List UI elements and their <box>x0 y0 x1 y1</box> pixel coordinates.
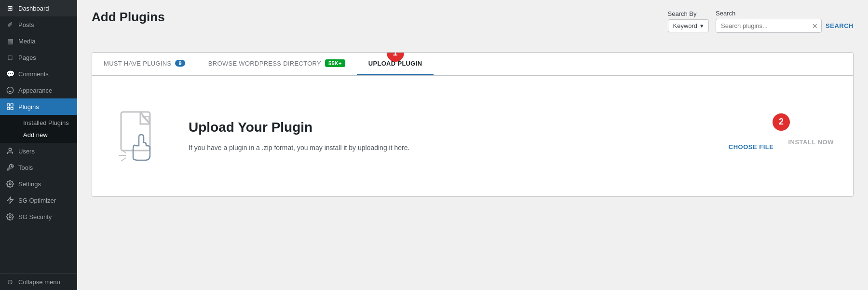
sg-security-icon <box>6 212 14 221</box>
sidebar-item-label: Comments <box>18 70 49 78</box>
main-content: Add Plugins Search By Keyword ▾ Search ✕ <box>77 0 868 290</box>
sidebar-item-media[interactable]: ▦ Media <box>0 33 77 49</box>
search-by-dropdown[interactable]: Keyword ▾ <box>668 19 709 32</box>
tools-icon <box>6 163 14 172</box>
tabs-header: MUST HAVE PLUGINS 9 BROWSE WORDPRESS DIR… <box>92 53 853 76</box>
sidebar-item-label: Users <box>18 148 35 155</box>
sidebar-item-comments[interactable]: 💬 Comments <box>0 66 77 82</box>
clear-search-icon[interactable]: ✕ <box>812 22 818 30</box>
sidebar-item-dashboard[interactable]: ⊞ Dashboard <box>0 0 77 16</box>
plugin-upload-illustration <box>111 107 169 165</box>
tab-browse[interactable]: BROWSE WORDPRESS DIRECTORY 55K+ <box>197 53 357 75</box>
plugins-arrow-icon: ◀ <box>68 104 71 110</box>
sidebar-item-label: Tools <box>18 164 33 171</box>
svg-marker-11 <box>143 117 149 123</box>
search-by-label: Search By <box>668 10 697 17</box>
sidebar-item-pages[interactable]: □ Pages <box>0 49 77 66</box>
sidebar-item-sg-optimizer[interactable]: SG Optimizer <box>0 192 77 208</box>
sidebar-item-users[interactable]: Users <box>0 143 77 159</box>
search-label: Search <box>716 10 735 17</box>
collapse-icon: ⊙ <box>6 277 14 286</box>
plugins-submenu: Installed Plugins Add new <box>0 115 77 143</box>
tab-must-have[interactable]: MUST HAVE PLUGINS 9 <box>92 53 197 75</box>
collapse-label: Collapse menu <box>18 278 60 286</box>
svg-line-14 <box>121 158 126 161</box>
users-icon <box>6 147 14 155</box>
search-area: Search By Keyword ▾ Search ✕ SEARCH <box>668 10 854 33</box>
svg-point-7 <box>9 183 11 185</box>
plugins-icon <box>6 102 14 111</box>
upload-actions: 2 CHOOSE FILE INSTALL NOW <box>729 122 834 151</box>
tab-upload[interactable]: 1 UPLOAD PLUGIN <box>357 53 434 75</box>
search-button[interactable]: SEARCH <box>826 22 854 29</box>
sidebar-item-plugins[interactable]: Plugins ◀ <box>0 98 77 115</box>
sidebar-item-label: SG Security <box>18 213 52 221</box>
dropdown-chevron-icon: ▾ <box>700 22 704 29</box>
tab-must-have-badge: 9 <box>175 60 185 67</box>
appearance-icon <box>6 86 14 95</box>
step2-number: 2 <box>779 117 784 127</box>
sidebar-item-label: Posts <box>18 21 34 28</box>
sidebar-item-label: Plugins <box>18 103 39 110</box>
sidebar-sub-item-addnew[interactable]: Add new <box>17 129 77 141</box>
sidebar-item-label: Settings <box>18 180 41 188</box>
install-now-button[interactable]: INSTALL NOW <box>788 138 834 146</box>
step1-number: 1 <box>393 52 397 58</box>
tab-browse-badge: 55K+ <box>325 59 345 67</box>
sidebar-item-settings[interactable]: Settings <box>0 176 77 192</box>
step2-circle: 2 <box>773 113 790 131</box>
tabs-container: MUST HAVE PLUGINS 9 BROWSE WORDPRESS DIR… <box>92 52 854 197</box>
svg-rect-3 <box>11 104 13 106</box>
svg-rect-4 <box>11 107 13 110</box>
tab-browse-label: BROWSE WORDPRESS DIRECTORY <box>208 60 321 67</box>
sg-optimizer-icon <box>6 196 14 205</box>
comments-icon: 💬 <box>6 69 14 78</box>
svg-rect-5 <box>7 107 10 110</box>
upload-text-area: Upload Your Plugin If you have a plugin … <box>189 120 409 153</box>
sidebar-item-label: Pages <box>18 54 36 61</box>
media-icon: ▦ <box>6 37 14 45</box>
sidebar-item-label: Dashboard <box>18 5 49 12</box>
settings-icon <box>6 180 14 188</box>
sidebar-item-tools[interactable]: Tools <box>0 159 77 176</box>
svg-rect-2 <box>7 104 10 106</box>
sidebar-item-sg-security[interactable]: SG Security <box>0 208 77 225</box>
sidebar-item-label: Media <box>18 38 35 45</box>
pages-icon: □ <box>6 53 14 62</box>
choose-file-button[interactable]: CHOOSE FILE <box>729 143 774 151</box>
svg-point-6 <box>9 148 11 151</box>
upload-title: Upload Your Plugin <box>189 120 409 135</box>
dashboard-icon: ⊞ <box>6 4 14 13</box>
page-title: Add Plugins <box>92 10 165 25</box>
search-by-value: Keyword <box>673 22 698 29</box>
sidebar-collapse[interactable]: ⊙ Collapse menu <box>0 273 77 290</box>
search-input[interactable] <box>716 19 822 33</box>
upload-description: If you have a plugin in a .zip format, y… <box>189 143 409 153</box>
search-input-wrap: ✕ <box>716 19 822 33</box>
step2-wrap: 2 CHOOSE FILE INSTALL NOW <box>729 122 834 151</box>
sidebar-item-label: Appearance <box>18 87 52 94</box>
svg-point-9 <box>9 216 11 218</box>
tab-must-have-label: MUST HAVE PLUGINS <box>104 60 171 67</box>
sidebar-sub-item-installed[interactable]: Installed Plugins <box>17 117 77 129</box>
sidebar-item-posts[interactable]: ✐ Posts <box>0 16 77 33</box>
svg-marker-8 <box>7 197 13 203</box>
tab-upload-content: Upload Your Plugin If you have a plugin … <box>92 76 853 196</box>
sidebar: ⊞ Dashboard ✐ Posts ▦ Media □ Pages 💬 Co… <box>0 0 77 290</box>
sidebar-item-appearance[interactable]: Appearance <box>0 82 77 98</box>
posts-icon: ✐ <box>6 20 14 29</box>
sidebar-item-label: SG Optimizer <box>18 197 56 204</box>
